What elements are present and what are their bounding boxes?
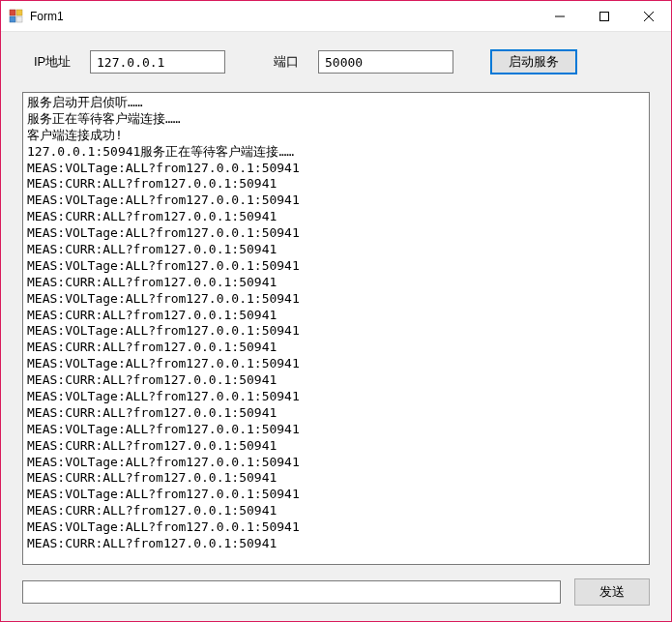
- ip-input[interactable]: [90, 50, 225, 74]
- svg-rect-0: [10, 10, 15, 15]
- minimize-icon: [555, 12, 565, 21]
- send-row: 发送: [22, 578, 650, 606]
- start-service-button[interactable]: 启动服务: [490, 49, 577, 74]
- svg-rect-2: [10, 16, 15, 22]
- svg-rect-3: [16, 16, 22, 22]
- send-input[interactable]: [22, 580, 561, 604]
- window-controls: [538, 1, 671, 31]
- minimize-button[interactable]: [538, 1, 582, 31]
- svg-rect-5: [600, 12, 609, 20]
- ip-label: IP地址: [22, 53, 90, 71]
- window-frame: Form1 IP地址 端口 启动服务 服务启动开启侦听…… 服务正在等待客户端连…: [0, 0, 672, 622]
- port-input[interactable]: [318, 50, 453, 74]
- close-button[interactable]: [627, 1, 671, 31]
- log-textarea[interactable]: 服务启动开启侦听…… 服务正在等待客户端连接…… 客户端连接成功! 127.0.…: [22, 92, 650, 565]
- maximize-icon: [599, 12, 609, 21]
- port-label: 端口: [262, 53, 310, 71]
- svg-rect-1: [16, 10, 22, 15]
- maximize-button[interactable]: [582, 1, 627, 31]
- client-area: IP地址 端口 启动服务 服务启动开启侦听…… 服务正在等待客户端连接…… 客户…: [1, 32, 671, 621]
- send-button[interactable]: 发送: [574, 578, 650, 606]
- connection-row: IP地址 端口 启动服务: [22, 49, 650, 74]
- titlebar[interactable]: Form1: [1, 1, 671, 32]
- app-icon: [9, 9, 24, 24]
- window-title: Form1: [30, 10, 538, 23]
- close-icon: [644, 12, 654, 21]
